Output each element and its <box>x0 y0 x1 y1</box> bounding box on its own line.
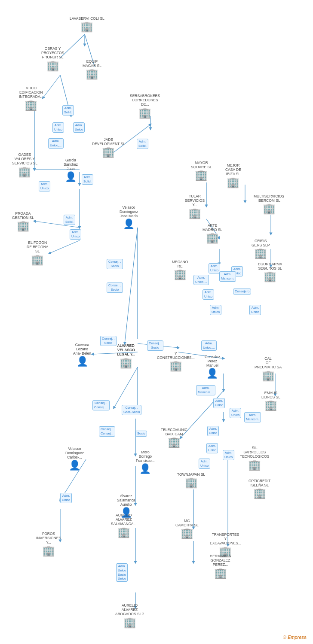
badge-adm-unico-socio[interactable]: Adm.UnicoSocioÚnico <box>116 563 128 582</box>
badge-adm-unico-1[interactable]: Adm.Unico <box>52 122 64 133</box>
node-moro[interactable]: MoroBorregoFrancisco... 👤 <box>136 450 155 474</box>
person-icon-velasco-jose: 👤 <box>123 219 135 229</box>
badge-consej-socio-3[interactable]: Consej. .Socio <box>100 336 117 346</box>
svg-line-25 <box>114 367 138 408</box>
node-proada[interactable]: PROADAGESTION SL 🏢 <box>12 211 34 231</box>
badge-adm-solid-1[interactable]: Adm.Solid. <box>62 105 74 115</box>
node-egurmarma[interactable]: EGURMARMASEGUROS SL 🏢 <box>258 262 282 282</box>
node-jade[interactable]: JADEDEVELOPMENT SL 🏢 <box>92 137 125 157</box>
badge-consej-consej-2[interactable]: Consej. .Consej... <box>99 426 115 437</box>
badge-adm-unico-15[interactable]: Adm.Unico <box>60 493 72 503</box>
person-icon-garcia: 👤 <box>65 172 77 182</box>
node-sarrollos[interactable]: SILSARROLLOSTECNOLOGICOS 🏢 <box>240 446 269 470</box>
node-velasco-carlos[interactable]: VelascoDominguezCarlos-... 👤 <box>65 447 84 470</box>
person-icon-velasco-carlos: 👤 <box>69 461 80 470</box>
node-cal-pneumatic[interactable]: CALOFPNEUMATIC SA 🏢 <box>255 356 282 381</box>
building-icon-mecanore: 🏢 <box>174 269 187 279</box>
node-guevara[interactable]: GuevaraLozanoAna- Belen 👤 <box>73 343 91 366</box>
node-mejor[interactable]: MEJORCASA DEIBIZA SL 🏢 <box>225 163 241 188</box>
badge-consej-consej-1[interactable]: Consej. .Consej.... <box>92 400 110 410</box>
node-velasco-jose[interactable]: VelascoDominguezJose Maria 👤 <box>120 205 138 229</box>
badge-adm-solid-3[interactable]: Adm.Solid. <box>82 174 93 185</box>
building-icon-atico: 🏢 <box>25 100 37 110</box>
building-icon-foros: 🏢 <box>42 546 55 556</box>
building-icon-jade: 🏢 <box>102 147 115 157</box>
node-alvarez-velasco[interactable]: ALVAREZ-VELASCOLEGAL Y... 🏢 <box>117 343 135 368</box>
node-aurelio-alvarez-sal[interactable]: AURELIOALVAREZSALAMANCA... 🏢 <box>111 513 137 538</box>
node-multiservicios[interactable]: MULTISERVICIOSIBERCOM SL 🏢 <box>254 194 284 214</box>
badge-adm-solid-2[interactable]: Adm.Solid. <box>137 139 148 149</box>
node-el-fogon[interactable]: EL FOGONDE BEGOÑASL 🏢 <box>27 240 49 265</box>
badge-socio[interactable]: Socio <box>135 431 147 437</box>
node-telecomunibaix[interactable]: TELECOMUNICBAIX CAM 🏢 <box>161 428 187 447</box>
badge-adm-unico-13[interactable]: Adm.Unico <box>206 443 218 453</box>
node-obras[interactable]: OBRAS YPROYECTOSPRONUR SL 🏢 <box>41 46 64 71</box>
badge-adm-unico-5[interactable]: Adm.Unico <box>209 263 220 273</box>
badge-adm-unico-4[interactable]: Adm.Unico <box>70 229 81 240</box>
badge-adm-unico-3[interactable]: Adm.Unico <box>39 181 50 191</box>
badge-adm-unico-7[interactable]: Adm.Unico <box>203 289 214 300</box>
badge-adm-unico-8[interactable]: Adm.Unico <box>210 305 221 315</box>
badge-consej-socio-5[interactable]: Consej. .Seor..Socio <box>122 405 141 415</box>
badge-adm-unico-11[interactable]: Adm.Unico <box>230 408 241 418</box>
building-icon-sarrollos: 🏢 <box>248 460 261 470</box>
node-lavaservi[interactable]: LAVASERVI COLI SL 🏢 <box>70 16 104 32</box>
badge-consej-socio-2[interactable]: Consej. .Socio <box>107 283 123 293</box>
building-icon-obras: 🏢 <box>46 61 59 71</box>
badge-consej-socio-4[interactable]: Consej. .Socio <box>147 340 163 351</box>
badge-adm-unico-dots-3[interactable]: Adm.Unico,... <box>201 340 217 351</box>
badge-adm-unico-14[interactable]: Adm.Unico <box>223 450 234 460</box>
building-icon-multiservicios: 🏢 <box>263 204 276 214</box>
node-hermanos-gonzalez[interactable]: HERMANOSGONZALEZPEREZ... 🏢 <box>210 554 231 578</box>
svg-line-13 <box>125 228 138 343</box>
building-icon-gades: 🏢 <box>18 167 31 177</box>
building-icon-opticredit: 🏢 <box>253 488 266 498</box>
node-garcia[interactable]: GarciaSanchezJuan 👤 <box>64 158 78 182</box>
node-arte-madrid[interactable]: ARTEMADRID SL 🏢 <box>203 223 222 243</box>
building-icon-arte-madrid: 🏢 <box>206 233 219 243</box>
building-icon-equip: 🏢 <box>86 69 98 79</box>
node-emaus[interactable]: EMAUSLIBROS SL 🏢 <box>261 391 280 410</box>
node-mayor[interactable]: MAYORSQUARE SL 🏢 <box>191 161 212 180</box>
node-y-construcciones[interactable]: YCONSTRUCCIONES... 🏢 <box>157 351 195 371</box>
diagram-container: LAVASERVI COLI SL 🏢 OBRAS YPROYECTOSPRON… <box>0 0 313 644</box>
building-icon-mayor: 🏢 <box>195 170 208 180</box>
node-crisis[interactable]: CRISISGERS SLP 🏢 <box>252 239 270 258</box>
node-aurelio-abogados[interactable]: AURELIOALVAREZABOGADOS SLP 🏢 <box>115 603 144 628</box>
badge-consejero[interactable]: Consejero <box>233 289 251 295</box>
badge-adm-unico-dots-2[interactable]: Adm.Unico,... <box>193 275 209 285</box>
svg-line-3 <box>43 75 60 98</box>
badge-adm-unico-12[interactable]: Adm.Unico <box>207 426 219 436</box>
building-icon-aurelio-abogados: 🏢 <box>123 617 136 628</box>
node-opticredit[interactable]: OPTICREDITISLEÑA SL 🏢 <box>249 479 270 498</box>
node-gonzalez[interactable]: GonzalezPerezManuel 👤 <box>205 355 220 378</box>
badge-adm-unico-16[interactable]: Adm.Unico <box>199 459 210 469</box>
badge-adm-unico-dots[interactable]: Adm.Unico,... <box>48 138 64 149</box>
node-equip[interactable]: EQUIPMAGAR SL 🏢 <box>83 59 101 79</box>
building-icon-crisis: 🏢 <box>254 248 267 258</box>
badge-adm-unico-10[interactable]: Adm.Unico <box>213 398 225 408</box>
node-townjapan[interactable]: TOWNJAPAN SL 🏢 <box>177 472 205 488</box>
node-sersabrokers[interactable]: SERSABROKERSCORREDORESDE... 🏢 <box>130 94 160 118</box>
badge-adm-mancom-2[interactable]: Adm.Mancom.... <box>196 385 215 395</box>
badge-adm-solid-4[interactable]: Adm.Solid. <box>64 215 75 225</box>
badge-adm-mancom-3[interactable]: Adm.Mancom. <box>244 412 261 422</box>
node-mg-cametra[interactable]: MGCAMETRA SL 🏢 <box>175 519 199 538</box>
node-atico[interactable]: ATICOEDIFICACIONINTEGRADA... 🏢 <box>19 86 43 110</box>
node-foros[interactable]: FOROSINVERSIONESY... 🏢 <box>36 532 61 556</box>
building-icon-proada: 🏢 <box>17 221 30 231</box>
building-icon-hermanos-gonzalez: 🏢 <box>214 568 227 578</box>
node-tular[interactable]: TULARSERVICIOSY... 🏢 <box>185 194 205 219</box>
person-icon-guevara: 👤 <box>77 357 88 366</box>
building-icon-lavaservi: 🏢 <box>80 21 93 32</box>
node-gades[interactable]: GADESVALORES YSERVICIOS SL 🏢 <box>12 152 37 177</box>
badge-adm-unico-9[interactable]: Adm.Unico <box>249 305 261 315</box>
node-transportes[interactable]: TRANSPORTESYEXCAVACIONES... 🏢 <box>210 532 241 557</box>
badge-adm-mancom-1[interactable]: Adm.Mancom. <box>219 271 236 282</box>
building-icon-tular: 🏢 <box>188 208 201 219</box>
badge-consej-socio-1[interactable]: Consej. .Socio <box>107 259 123 269</box>
copyright: © Empresa <box>283 635 307 640</box>
node-mecanore[interactable]: MECANORE 🏢 <box>172 260 188 279</box>
building-icon-mejor: 🏢 <box>227 177 239 188</box>
badge-adm-unico-2[interactable]: Adm.Unico <box>73 122 85 133</box>
